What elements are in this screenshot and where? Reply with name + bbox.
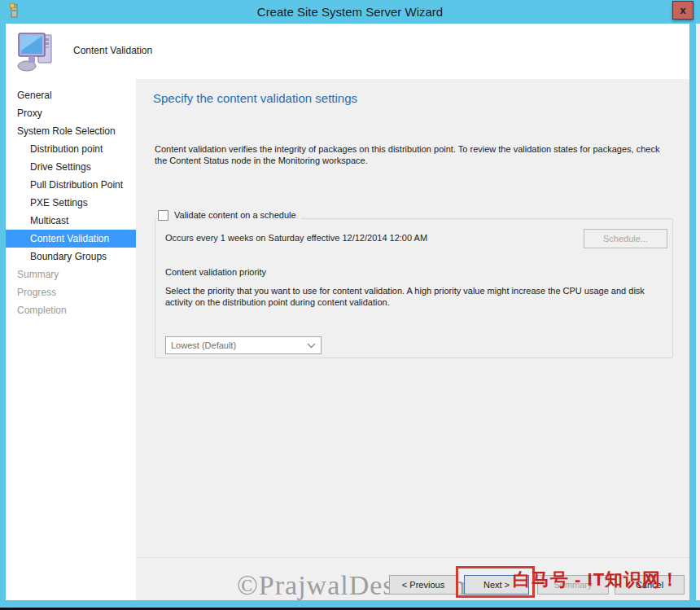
window-bottom-border [0, 600, 700, 608]
wizard-steps-sidebar: General Proxy System Role Selection Dist… [6, 79, 136, 600]
wizard-header: Content Validation [6, 24, 689, 79]
sidebar-item-summary: Summary [6, 266, 136, 283]
annotation-text: 白马号 - IT知识网！ [513, 568, 680, 592]
schedule-button[interactable]: Schedule... [584, 229, 667, 248]
previous-button[interactable]: < Previous [389, 575, 457, 595]
sidebar-item-general[interactable]: General [6, 86, 136, 104]
sidebar-item-pxe-settings[interactable]: PXE Settings [6, 194, 136, 212]
chevron-down-icon [307, 343, 316, 349]
priority-label: Content validation priority [165, 267, 266, 277]
wizard-window: Create Site System Server Wizard x Conte… [0, 0, 700, 610]
sidebar-item-pull-distribution-point[interactable]: Pull Distribution Point [6, 176, 136, 194]
priority-dropdown-value: Lowest (Default) [171, 340, 236, 350]
validate-schedule-checkbox-label: Validate content on a schedule [174, 210, 296, 220]
sidebar-item-distribution-point[interactable]: Distribution point [6, 140, 136, 158]
content-pane: Specify the content validation settings … [136, 79, 689, 557]
validate-schedule-checkbox[interactable] [158, 210, 168, 221]
computer-icon [15, 29, 58, 72]
sidebar-item-boundary-groups[interactable]: Boundary Groups [6, 248, 136, 266]
window-right-sliver [696, 24, 700, 600]
sidebar-item-multicast[interactable]: Multicast [6, 212, 136, 230]
window-title: Create Site System Server Wizard [0, 5, 700, 19]
priority-description: Select the priority that you want to use… [165, 285, 670, 308]
sidebar-item-progress: Progress [6, 283, 136, 301]
close-button[interactable]: x [672, 1, 693, 20]
sidebar-item-content-validation[interactable]: Content Validation [6, 230, 136, 248]
priority-dropdown[interactable]: Lowest (Default) [165, 336, 322, 354]
title-bar: Create Site System Server Wizard x [0, 0, 700, 24]
sidebar-item-proxy[interactable]: Proxy [6, 104, 136, 122]
sidebar-item-completion: Completion [6, 301, 136, 319]
schedule-occurs-text: Occurs every 1 weeks on Saturday effecti… [165, 233, 427, 243]
window-right-border [689, 24, 696, 608]
header-title: Content Validation [73, 45, 152, 56]
validate-schedule-checkbox-row[interactable]: Validate content on a schedule [156, 208, 301, 222]
page-description: Content validation verifies the integrit… [155, 143, 669, 166]
sidebar-item-drive-settings[interactable]: Drive Settings [6, 158, 136, 176]
sidebar-item-system-role-selection[interactable]: System Role Selection [6, 122, 136, 140]
page-title: Specify the content validation settings [153, 91, 357, 105]
